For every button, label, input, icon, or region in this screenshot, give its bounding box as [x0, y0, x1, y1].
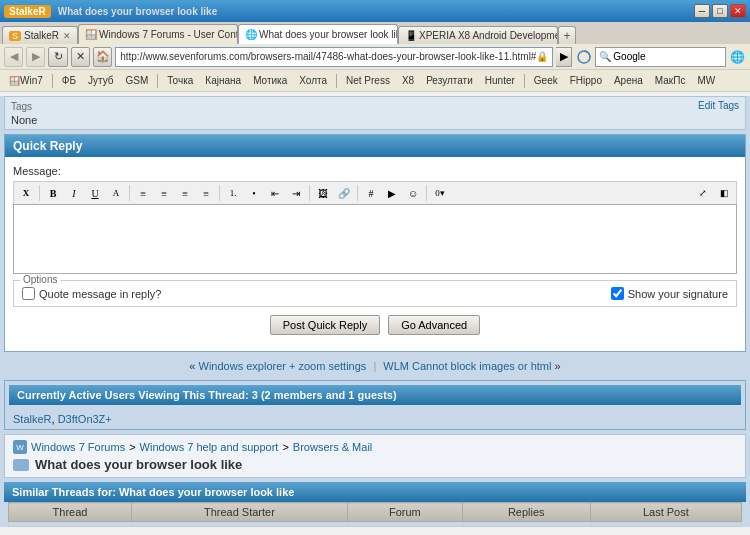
underline-button[interactable]: U	[85, 184, 105, 202]
align-justify-button[interactable]: ≡	[196, 184, 216, 202]
tab-win7forums[interactable]: 🪟 Windows 7 Forums - User Control Pa... …	[78, 24, 238, 44]
user-d3fton3z-link[interactable]: D3ftOn3Z+	[58, 413, 112, 425]
tab-xperia[interactable]: 📱 XPERIA X8 Android Development - x... ✕	[398, 26, 558, 44]
quote-checkbox-label[interactable]: Quote message in reply?	[22, 287, 161, 300]
list-ul-button[interactable]: •	[244, 184, 264, 202]
bookmark-fb[interactable]: ФБ	[57, 72, 81, 90]
bookmark-motika[interactable]: Мотика	[248, 72, 292, 90]
indent-button[interactable]: ⇥	[286, 184, 306, 202]
color-button[interactable]: A	[106, 184, 126, 202]
close-button[interactable]: ✕	[730, 4, 746, 18]
bookmarks-bar: 🪟 Win7 ФБ Јутуб GSM Точка Кајнана Мотика…	[0, 70, 750, 92]
reload-button[interactable]: ↻	[48, 47, 67, 67]
similar-threads-section: Similar Threads for: What does your brow…	[4, 482, 746, 527]
bookmark-fb-label: ФБ	[62, 75, 76, 86]
titlebar-buttons: ─ □ ✕	[694, 4, 746, 18]
thread-title: What does your browser look like	[35, 457, 242, 472]
tab-xperia-icon: 📱	[405, 30, 417, 41]
ssl-icon: 🔒	[536, 51, 548, 62]
search-label: Google	[613, 51, 645, 62]
address-text: http://www.sevenforums.com/browsers-mail…	[120, 51, 536, 62]
nav-bar: ◀ ▶ ↻ ✕ 🏠 http://www.sevenforums.com/bro…	[0, 44, 750, 70]
back-button[interactable]: ◀	[4, 47, 23, 67]
bookmark-win7[interactable]: 🪟 Win7	[4, 72, 48, 90]
titlebar: StalkeR What does your browser look like…	[0, 0, 750, 22]
stalker-badge[interactable]: StalkeR	[4, 5, 51, 18]
post-quick-reply-button[interactable]: Post Quick Reply	[270, 315, 380, 335]
tab-close-icon[interactable]: ✕	[63, 31, 71, 41]
table-row	[9, 522, 742, 527]
tags-label: Tags	[11, 101, 32, 112]
address-bar[interactable]: http://www.sevenforums.com/browsers-mail…	[115, 47, 553, 67]
bookmark-x8[interactable]: X8	[397, 72, 419, 90]
bookmark-fhippo[interactable]: FHippo	[565, 72, 607, 90]
hash-button[interactable]: #	[361, 184, 381, 202]
active-users-header: Currently Active Users Viewing This Thre…	[9, 385, 741, 405]
options-box: Options Quote message in reply? Show you…	[13, 280, 737, 307]
smiley-button[interactable]: ☺	[403, 184, 423, 202]
bookmark-holta[interactable]: Холта	[294, 72, 332, 90]
editor-area[interactable]	[13, 204, 737, 274]
bookmark-holta-label: Холта	[299, 75, 327, 86]
align-right-button[interactable]: ≡	[175, 184, 195, 202]
quote-checkbox[interactable]	[22, 287, 35, 300]
toolbar-sep-6	[426, 185, 427, 201]
link-button[interactable]: 🔗	[334, 184, 354, 202]
bookmark-rezultati[interactable]: Резултати	[421, 72, 478, 90]
font-button[interactable]: 0▾	[430, 184, 450, 202]
bookmark-gsm[interactable]: GSM	[121, 72, 154, 90]
minimize-button[interactable]: ─	[694, 4, 710, 18]
bookmark-kajnana-label: Кајнана	[205, 75, 241, 86]
titlebar-site-label: What does your browser look like	[58, 6, 217, 17]
bookmark-netpress-label: Net Press	[346, 75, 390, 86]
bookmark-makps-label: МакПс	[655, 75, 686, 86]
tab-browser[interactable]: 🌐 What does your browser look like - Pu.…	[238, 24, 398, 44]
bookmark-motika-label: Мотика	[253, 75, 287, 86]
bookmark-makps[interactable]: МакПс	[650, 72, 691, 90]
outdent-button[interactable]: ⇤	[265, 184, 285, 202]
replies-cell	[462, 522, 590, 527]
new-tab-button[interactable]: +	[558, 26, 576, 44]
signature-checkbox-label[interactable]: Show your signature	[611, 287, 728, 300]
user-stalker-link[interactable]: StalkeR	[13, 413, 52, 425]
link-zoom-settings[interactable]: Windows explorer + zoom settings	[199, 360, 367, 372]
align-center-button[interactable]: ≡	[154, 184, 174, 202]
bookmark-kajnana[interactable]: Кајнана	[200, 72, 246, 90]
bold-button[interactable]: B	[43, 184, 63, 202]
stalker-icon: S	[9, 31, 21, 41]
go-button[interactable]: ▶	[556, 47, 572, 67]
bookmark-arena[interactable]: Арена	[609, 72, 648, 90]
image-button[interactable]: 🖼	[313, 184, 333, 202]
nav-right-icon: »	[555, 360, 561, 372]
breadcrumb-help-link[interactable]: Windows 7 help and support	[140, 441, 279, 453]
source-toggle-button[interactable]: ◧	[714, 184, 734, 202]
win7-flag-icon: 🪟	[9, 76, 20, 86]
bookmark-mw[interactable]: MW	[692, 72, 720, 90]
forward-button[interactable]: ▶	[26, 47, 45, 67]
refresh-icon	[575, 47, 592, 67]
bookmark-tocka[interactable]: Точка	[162, 72, 198, 90]
stop-button[interactable]: ✕	[71, 47, 90, 67]
active-users-section: Currently Active Users Viewing This Thre…	[4, 380, 746, 430]
bookmark-netpress[interactable]: Net Press	[341, 72, 395, 90]
active-users-list: StalkeR, D3ftOn3Z+	[5, 409, 745, 429]
list-ol-button[interactable]: 1.	[223, 184, 243, 202]
link-wlm[interactable]: WLM Cannot block images or html	[383, 360, 551, 372]
search-bar[interactable]: 🔍 Google	[595, 47, 725, 67]
breadcrumb-browsers-link[interactable]: Browsers & Mail	[293, 441, 372, 453]
go-advanced-button[interactable]: Go Advanced	[388, 315, 480, 335]
video-button[interactable]: ▶	[382, 184, 402, 202]
breadcrumb-win7-link[interactable]: Windows 7 Forums	[31, 441, 125, 453]
bookmark-youtube[interactable]: Јутуб	[83, 72, 119, 90]
expand-button[interactable]: ⤢	[693, 184, 713, 202]
maximize-button[interactable]: □	[712, 4, 728, 18]
bookmark-hunter[interactable]: Hunter	[480, 72, 520, 90]
home-button[interactable]: 🏠	[93, 47, 112, 67]
signature-checkbox[interactable]	[611, 287, 624, 300]
bookmark-geek[interactable]: Geek	[529, 72, 563, 90]
tab-stalker[interactable]: S StalkeR ✕	[2, 26, 78, 44]
edit-tags-link[interactable]: Edit Tags	[698, 100, 739, 111]
source-button[interactable]: X	[16, 184, 36, 202]
align-left-button[interactable]: ≡	[133, 184, 153, 202]
italic-button[interactable]: I	[64, 184, 84, 202]
